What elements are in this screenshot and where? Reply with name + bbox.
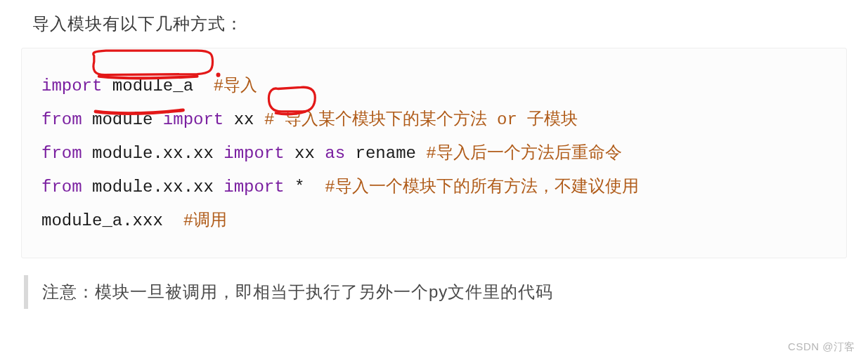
- comment: # 导入某个模块下的某个方法 or 子模块: [264, 110, 578, 129]
- keyword-from: from: [41, 178, 82, 197]
- article-content: 导入模块有以下几种方式： import module_a #导入 from mo…: [0, 13, 868, 309]
- keyword-as: as: [325, 144, 345, 163]
- intro-text: 导入模块有以下几种方式：: [32, 13, 847, 35]
- keyword-from: from: [41, 144, 82, 163]
- keyword-import: import: [224, 144, 284, 163]
- note-block: 注意：模块一旦被调用，即相当于执行了另外一个py文件里的代码: [24, 275, 847, 309]
- comment: #导入一个模块下的所有方法，不建议使用: [325, 178, 638, 197]
- identifier-module-xx-xx: module.xx.xx: [92, 144, 214, 163]
- keyword-import: import: [163, 110, 224, 129]
- note-text: 注意：模块一旦被调用，即相当于执行了另外一个py文件里的代码: [42, 282, 553, 301]
- watermark: CSDN @汀客: [788, 340, 855, 354]
- identifier-module-xx-xx: module.xx.xx: [92, 178, 214, 197]
- identifier-module: module: [92, 110, 153, 129]
- star: *: [294, 178, 304, 197]
- keyword-import: import: [224, 178, 284, 197]
- comment: #导入: [214, 77, 257, 95]
- code-block: import module_a #导入 from module import x…: [21, 48, 847, 258]
- keyword-from: from: [41, 110, 82, 129]
- comment: #调用: [183, 211, 227, 230]
- identifier-xx: xx: [234, 110, 254, 129]
- identifier-call: module_a.xxx: [41, 211, 163, 230]
- identifier-rename: rename: [356, 144, 416, 163]
- identifier-module-a: module_a: [112, 77, 193, 95]
- identifier-xx: xx: [294, 144, 315, 163]
- keyword-import: import: [41, 77, 102, 95]
- comment: #导入后一个方法后重命令: [426, 144, 621, 163]
